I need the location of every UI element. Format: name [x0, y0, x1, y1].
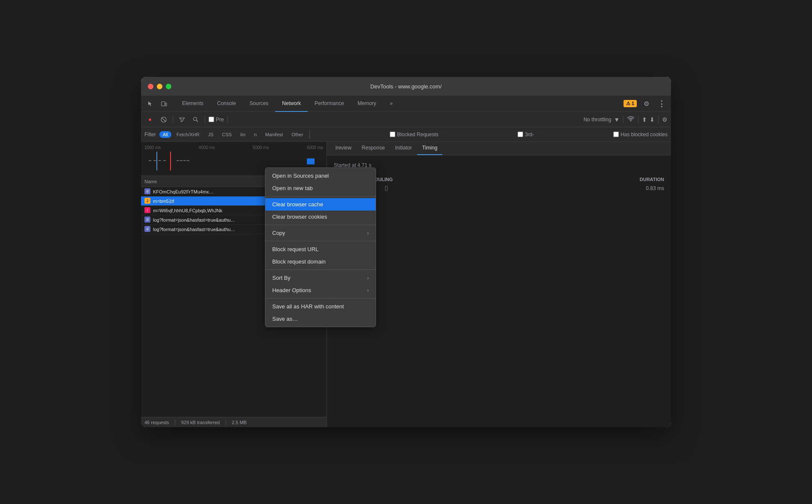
close-button[interactable]	[148, 84, 153, 89]
menu-item-block-url-label: Block request URL	[272, 246, 318, 252]
traffic-lights	[148, 84, 171, 89]
wf-dash-2	[177, 160, 189, 161]
tab-response[interactable]: Response	[356, 142, 390, 155]
menu-item-copy-label: Copy	[272, 230, 285, 236]
maximize-button[interactable]	[166, 84, 171, 89]
menu-item-copy[interactable]: Copy ›	[265, 227, 376, 239]
notification-badge[interactable]: ⚠ 1	[624, 100, 637, 107]
svg-point-4	[194, 117, 197, 120]
filter-manifest[interactable]: Manifest	[262, 131, 287, 138]
toolbar-separator-3	[227, 115, 228, 124]
tab-timing[interactable]: Timing	[417, 142, 443, 155]
tab-elements[interactable]: Elements	[175, 96, 210, 112]
menu-item-clear-cache[interactable]: Clear browser cache	[265, 198, 376, 211]
name-column-header: Name	[144, 179, 157, 184]
inspect-icon[interactable]	[144, 98, 156, 110]
queueing-row: Queueing 0.83 ms	[334, 185, 664, 191]
preserve-log-checkbox[interactable]: Pre	[209, 117, 224, 123]
throttling-selector[interactable]: No throttling	[583, 117, 611, 123]
network-toolbar: ● Pre	[141, 112, 671, 127]
menu-item-clear-cookies-label: Clear browser cookies	[272, 214, 327, 220]
download-icon[interactable]: ⬇	[650, 116, 655, 123]
menu-item-header-options[interactable]: Header Options ›	[265, 284, 376, 296]
record-button[interactable]: ●	[144, 114, 156, 125]
filter-sep	[309, 130, 310, 139]
svg-point-6	[630, 120, 631, 121]
filter-js[interactable]: JS	[205, 131, 217, 138]
toolbar-separator	[173, 115, 173, 124]
menu-separator-1	[265, 196, 376, 196]
tab-network[interactable]: Network	[275, 96, 308, 112]
menu-item-header-options-label: Header Options	[272, 287, 311, 293]
upload-icon[interactable]: ⬆	[642, 116, 647, 123]
row-icon-doc: d	[144, 188, 151, 195]
tab-memory[interactable]: Memory	[351, 96, 383, 112]
content-area: 1000 ms 4000 ms 5000 ms 6000 ms	[141, 142, 671, 427]
wf-blue-line	[156, 152, 157, 170]
copy-submenu-arrow: ›	[367, 230, 369, 236]
filter-other[interactable]: Other	[288, 131, 307, 138]
toolbar-separator-6	[658, 115, 659, 124]
device-toggle-icon[interactable]	[158, 98, 170, 110]
wf-right-bar	[307, 158, 315, 164]
resource-size: 2.5 MB	[232, 420, 247, 425]
filter-css[interactable]: CSS	[219, 131, 235, 138]
queueing-bar-area	[385, 186, 630, 191]
time-markers: 1000 ms 4000 ms 5000 ms 6000 ms	[144, 145, 323, 150]
status-sep-1: |	[174, 419, 176, 426]
row-icon-img: i	[144, 207, 151, 214]
filter-button[interactable]	[177, 114, 188, 125]
menu-item-block-url[interactable]: Block request URL	[265, 243, 376, 255]
menu-item-save-har[interactable]: Save all as HAR with content	[265, 300, 376, 313]
blocked-cookies-checkbox[interactable]: Has blocked cookies	[613, 132, 668, 138]
third-party-checkbox[interactable]: 3rd-	[518, 132, 534, 138]
filter-img[interactable]: Im	[237, 131, 249, 138]
menu-item-block-domain-label: Block request domain	[272, 258, 326, 265]
throttle-dropdown-arrow[interactable]: ▼	[614, 116, 620, 123]
menu-separator-5	[265, 298, 376, 299]
menu-item-save-har-label: Save all as HAR with content	[272, 303, 344, 310]
doc-icon-3: d	[144, 226, 150, 232]
menu-item-open-sources[interactable]: Open in Sources panel	[265, 170, 376, 182]
search-button[interactable]	[190, 114, 201, 125]
tab-preview[interactable]: ireview	[330, 142, 356, 155]
tab-performance[interactable]: Performance	[308, 96, 351, 112]
menu-item-sort-by[interactable]: Sort By ›	[265, 272, 376, 284]
context-menu: Open in Sources panel Open in new tab Cl…	[265, 167, 376, 327]
resource-scheduling-section: Resource Scheduling DURATION	[334, 177, 664, 182]
tab-initiator[interactable]: Initiator	[390, 142, 417, 155]
minimize-button[interactable]	[157, 84, 162, 89]
blocked-requests-checkbox[interactable]: Blocked Requests	[390, 132, 438, 138]
nav-right: ⚠ 1 ⚙ ⋮	[624, 98, 668, 110]
toolbar-separator-2	[205, 115, 205, 124]
toolbar-separator-5	[638, 115, 638, 124]
filter-media[interactable]: n	[250, 131, 260, 138]
network-settings-icon[interactable]: ⚙	[662, 116, 668, 123]
status-sep-2: |	[225, 419, 227, 426]
time-marker-6000: 6000 ms	[307, 145, 323, 150]
status-bar: 46 requests | 929 kB transferred | 2.5 M…	[141, 417, 327, 427]
menu-item-clear-cache-label: Clear browser cache	[272, 201, 323, 208]
more-button[interactable]: ⋮	[656, 98, 668, 110]
sort-by-submenu-arrow: ›	[367, 275, 369, 281]
clear-button[interactable]	[158, 114, 169, 125]
menu-item-block-domain[interactable]: Block request domain	[265, 255, 376, 268]
header-options-submenu-arrow: ›	[367, 287, 369, 293]
tab-more[interactable]: »	[383, 96, 400, 112]
menu-item-clear-cookies[interactable]: Clear browser cookies	[265, 211, 376, 223]
menu-item-open-new-tab[interactable]: Open in new tab	[265, 182, 376, 194]
tab-console[interactable]: Console	[210, 96, 243, 112]
doc-icon: d	[144, 188, 150, 194]
settings-button[interactable]: ⚙	[640, 98, 652, 110]
menu-separator-4	[265, 270, 376, 270]
filter-fetch-xhr[interactable]: Fetch/XHR	[173, 131, 203, 138]
tab-sources[interactable]: Sources	[243, 96, 275, 112]
doc-icon-2: d	[144, 217, 150, 223]
menu-item-save-as-label: Save as…	[272, 316, 298, 322]
right-panel: ireview Response Initiator Timing Starte…	[327, 142, 671, 427]
filter-all[interactable]: All	[159, 131, 171, 138]
row-icon-doc3: d	[144, 226, 151, 233]
row-icon-js: J	[144, 198, 151, 205]
menu-item-save-as[interactable]: Save as…	[265, 313, 376, 325]
transferred-size: 929 kB transferred	[181, 420, 220, 425]
